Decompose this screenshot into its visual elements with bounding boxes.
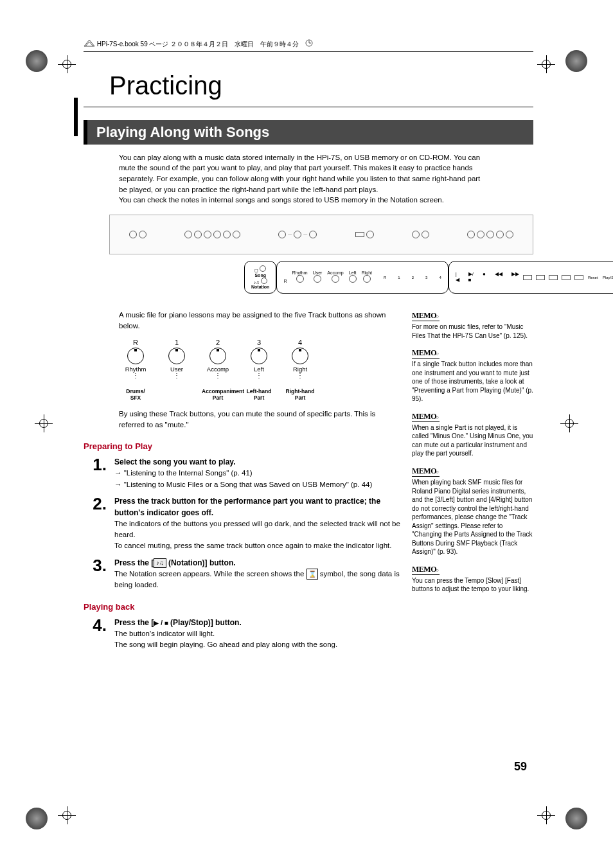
crop-mark bbox=[537, 806, 555, 824]
memo-label: MEMO bbox=[412, 310, 440, 321]
tracks-intro: A music file for piano lessons may be as… bbox=[119, 310, 402, 331]
memo-3: MEMO When a single Part is not played, i… bbox=[412, 403, 533, 458]
print-corner-tr bbox=[565, 50, 587, 72]
step-2-title: Press the track button for the performan… bbox=[114, 495, 402, 518]
track-item: RRhythm⋮Drums/SFX bbox=[120, 339, 152, 401]
memo-5: MEMO You can press the Tempo [Slow] [Fas… bbox=[412, 556, 533, 594]
step-3: 3. Press the [♪♫ (Notation)] button. The… bbox=[84, 557, 402, 591]
crop-mark bbox=[58, 806, 76, 824]
print-corner-bl bbox=[26, 808, 48, 829]
step-1-ref-2: "Listening to Music Files or a Song that… bbox=[114, 479, 402, 490]
track-item: 3Left⋮Left-handPart bbox=[243, 339, 275, 401]
step-2: 2. Press the track button for the perfor… bbox=[84, 495, 402, 552]
mute-note: By using these Track buttons, you can mu… bbox=[119, 409, 402, 430]
track-panel-callout: RRhythmUserAccompLeftRightR1234 bbox=[276, 261, 448, 294]
playing-back-heading: Playing back bbox=[84, 602, 402, 612]
step-4-title: Press the [▶ / ■ (Play/Stop)] button. bbox=[114, 617, 402, 628]
step-1-ref-1: "Listening to the Internal Songs" (p. 41… bbox=[114, 468, 402, 479]
chapter-title: Practicing bbox=[109, 71, 533, 100]
crop-mark bbox=[35, 414, 53, 432]
step-4-body: The button's indicator will light. The s… bbox=[114, 628, 402, 651]
chapter-tab bbox=[74, 98, 78, 136]
memo-label: MEMO bbox=[412, 564, 440, 575]
page-content: HPi-7S-e.book 59 ページ ２００８年４月２日 水曜日 午前９時４… bbox=[84, 39, 533, 653]
page-number: 59 bbox=[514, 760, 527, 774]
step-1: 1. Select the song you want to play. "Li… bbox=[84, 456, 402, 490]
song-callout: ◻ Song ♪♫ Notation bbox=[244, 261, 276, 294]
memo-column: MEMO For more on music files, refer to "… bbox=[402, 303, 533, 653]
book-header-text: HPi-7S-e.book 59 ページ ２００８年４月２日 水曜日 午前９時４… bbox=[97, 40, 299, 48]
memo-1: MEMO For more on music files, refer to "… bbox=[412, 303, 533, 340]
section-heading: Playing Along with Songs bbox=[84, 120, 533, 145]
step-3-title: Press the [♪♫ (Notation)] button. bbox=[114, 557, 402, 569]
track-item: 1User⋮ bbox=[161, 339, 193, 401]
book-header: HPi-7S-e.book 59 ページ ２００８年４月２日 水曜日 午前９時４… bbox=[84, 39, 533, 52]
print-corner-br bbox=[565, 808, 587, 829]
step-4: 4. Press the [▶ / ■ (Play/Stop)] button.… bbox=[84, 617, 402, 651]
hourglass-icon: ⌛ bbox=[306, 569, 318, 580]
crop-mark bbox=[58, 55, 76, 73]
crop-mark bbox=[560, 414, 578, 432]
memo-4: MEMO When playing back SMF music files f… bbox=[412, 458, 533, 556]
panel-callouts: ◻ Song ♪♫ Notation RRhythmUserAccompLeft… bbox=[244, 261, 482, 294]
memo-label: MEMO bbox=[412, 411, 440, 422]
main-column: A music file for piano lessons may be as… bbox=[84, 303, 402, 653]
memo-label: MEMO bbox=[412, 348, 440, 359]
track-item: 2Accomp⋮AccompanimentPart bbox=[202, 339, 234, 401]
transport-callout: |◀▶/■●◀◀▶▶ResetPlay/StopRecBwdFwd bbox=[449, 261, 613, 294]
memo-2: MEMO If a single Track button includes m… bbox=[412, 340, 533, 403]
step-2-body: The indicators of the buttons you presse… bbox=[114, 518, 402, 552]
chapter-rule bbox=[84, 107, 533, 107]
track-item: 4Right⋮Right-handPart bbox=[284, 339, 316, 401]
section-intro: You can play along with a music data sto… bbox=[119, 152, 485, 206]
step-3-body: The Notation screen appears. While the s… bbox=[114, 569, 402, 591]
play-stop-icon: ▶ / ■ bbox=[154, 619, 168, 626]
step-1-title: Select the song you want to play. bbox=[114, 456, 402, 468]
keyboard-panel-diagram: — — bbox=[109, 215, 533, 254]
track-buttons-diagram: RRhythm⋮Drums/SFX1User⋮2Accomp⋮Accompani… bbox=[120, 339, 402, 401]
preparing-heading: Preparing to Play bbox=[84, 441, 402, 451]
crop-mark bbox=[537, 55, 555, 73]
memo-label: MEMO bbox=[412, 466, 440, 477]
notation-icon: ♪♫ bbox=[154, 558, 166, 569]
print-corner-tl bbox=[26, 50, 48, 72]
